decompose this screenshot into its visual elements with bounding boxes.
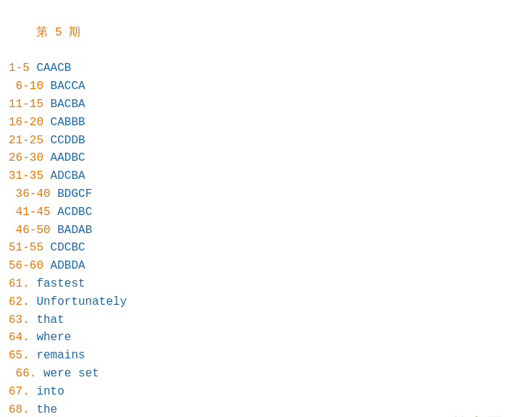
answer-group-line: 1-5 CAACB (9, 59, 523, 77)
question-number: 67. (9, 385, 36, 398)
answer-group-line: 56-60 ADBDA (9, 257, 523, 275)
answer-text: the (36, 403, 57, 416)
range-label: 6-10 (9, 80, 51, 93)
answers-text: AADBC (51, 151, 85, 164)
open-answer-line: 62. Unfortunately (9, 293, 523, 311)
range-label: 31-35 (9, 169, 51, 182)
open-answer-line: 65. remains (9, 347, 523, 365)
range-label: 11-15 (9, 98, 51, 111)
answers-text: BACBA (51, 98, 85, 111)
answers-text: BACCA (51, 80, 85, 93)
answers-text: BDGCF (57, 188, 92, 201)
open-answers: 61. fastest62. Unfortunately63. that64. … (9, 275, 523, 417)
range-label: 21-25 (9, 134, 51, 147)
question-number: 63. (9, 313, 36, 327)
range-label: 1-5 (9, 62, 36, 75)
range-label: 46-50 (9, 224, 57, 237)
question-number: 64. (9, 331, 36, 344)
range-label: 36-40 (9, 188, 57, 201)
header-line: 第 5 期 (9, 6, 523, 59)
answer-group-line: 36-40 BDGCF (9, 185, 523, 203)
answer-group-line: 16-20 CABBB (9, 114, 523, 132)
answer-text: Unfortunately (36, 295, 127, 308)
question-number: 61. (9, 277, 36, 290)
question-number: 68. (9, 403, 36, 416)
open-answer-line: 67. into (9, 383, 523, 401)
question-number: 65. (9, 349, 36, 362)
range-label: 51-55 (9, 241, 51, 254)
answers-text: ADCBA (51, 169, 85, 182)
answers-text: CDCBC (51, 241, 85, 254)
answer-group-line: 41-45 ACDBC (9, 203, 523, 222)
open-answer-line: 63. that (9, 311, 523, 329)
open-answer-line: 61. fastest (9, 275, 523, 293)
answer-group-line: 46-50 BADAB (9, 222, 523, 240)
range-label: 41-45 (9, 206, 57, 219)
answers-text: CCDDB (51, 134, 85, 147)
answer-text: that (36, 313, 64, 327)
answer-text: were set (43, 367, 99, 380)
open-answer-line: 66. were set (9, 365, 523, 383)
range-label: 56-60 (9, 259, 51, 272)
answers-text: ACDBC (57, 206, 92, 219)
open-answer-line: 64. where (9, 329, 523, 347)
range-label: 26-30 (9, 151, 51, 164)
answer-group-line: 6-10 BACCA (9, 77, 523, 96)
header-text: 第 5 期 (36, 26, 80, 39)
answer-groups: 1-5 CAACB 6-10 BACCA11-15 BACBA16-20 CAB… (9, 59, 523, 275)
question-number: 62. (9, 295, 36, 308)
answer-group-line: 26-30 AADBC (9, 149, 523, 167)
answer-text: into (36, 385, 64, 398)
answer-group-line: 21-25 CCDDB (9, 132, 523, 150)
answer-text: fastest (36, 277, 85, 290)
answers-text: ADBDA (51, 259, 85, 272)
content-area: 第 5 期 1-5 CAACB 6-10 BACCA11-15 BACBA16-… (9, 6, 523, 417)
answer-group-line: 11-15 BACBA (9, 96, 523, 114)
answer-text: where (36, 331, 71, 344)
range-label: 16-20 (9, 116, 51, 129)
answers-text: CABBB (51, 116, 85, 129)
answer-text: remains (36, 349, 85, 362)
open-answer-line: 68. the (9, 401, 523, 417)
question-number: 66. (9, 367, 43, 380)
answers-text: BADAB (57, 224, 92, 237)
answers-text: CAACB (36, 62, 71, 75)
answer-group-line: 31-35 ADCBA (9, 167, 523, 185)
answer-group-line: 51-55 CDCBC (9, 239, 523, 257)
